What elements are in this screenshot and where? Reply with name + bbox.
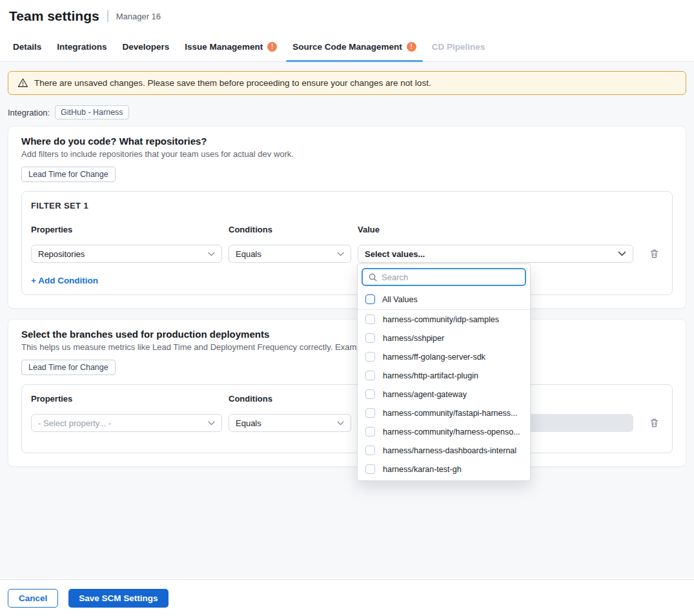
page-subtitle: Manager 16 [116, 12, 161, 21]
repo-list-item[interactable]: harness/agent-gateway [358, 385, 530, 404]
chevron-down-icon [337, 421, 344, 426]
chevron-down-icon [208, 252, 215, 256]
tab-developers[interactable]: Developers [121, 32, 171, 61]
tab-issue-management[interactable]: Issue Management ! [183, 32, 278, 61]
checkbox-icon[interactable] [365, 371, 375, 380]
repo-item-label: harness/ff-golang-server-sdk [383, 353, 485, 362]
title-divider [107, 10, 108, 22]
trash-icon [649, 418, 659, 428]
properties-column-label: Properties [31, 394, 222, 404]
repo-item-label: harness/http-artifact-plugin [383, 371, 478, 380]
team-settings-page: Team settings Manager 16 Details Integra… [0, 0, 694, 616]
filter-set-1: FILTER SET 1 Properties Conditions Value… [21, 191, 673, 295]
repo-list: harness-community/idp-samples harness/ss… [358, 310, 530, 481]
repo-list-item[interactable]: harness/karan-test-gh [358, 460, 530, 478]
repositories-title: Where do you code? What repositories? [21, 136, 673, 147]
content-area: There are unsaved changes. Please save t… [0, 62, 694, 578]
filter-row-1: - Select property... - Equals [31, 414, 663, 444]
search-icon [368, 272, 378, 282]
branches-subtitle: This helps us measure metrics like Lead … [21, 342, 673, 352]
chevron-down-icon [208, 421, 215, 426]
chevron-down-icon [337, 252, 344, 256]
checkbox-icon[interactable] [365, 314, 375, 324]
integration-row: Integration: GitHub - Harness [8, 105, 686, 119]
repo-item-label: harness/sshpiper [383, 334, 444, 343]
branches-title: Select the branches used for production … [21, 329, 673, 340]
filter-row-1: Repositories Equals Select values... [31, 245, 663, 263]
warning-badge-icon: ! [267, 42, 277, 52]
condition-select[interactable]: Equals [229, 245, 351, 263]
property-select[interactable]: Repositories [31, 245, 222, 263]
delete-filter-button[interactable] [645, 249, 663, 259]
repo-item-label: harness-community/idp-samples [383, 315, 499, 324]
repo-item-label: harness/agent-gateway [383, 390, 467, 399]
repo-item-label: harness-community/fastapi-harness... [383, 409, 517, 418]
checkbox-icon[interactable] [365, 352, 375, 362]
trash-icon [649, 249, 659, 259]
value-column-label: Value [358, 225, 633, 234]
integration-label: Integration: [8, 108, 50, 118]
tab-details[interactable]: Details [12, 32, 43, 61]
all-values-label: All Values [382, 295, 418, 304]
repo-item-label: harness-community/harness-openso... [383, 427, 520, 436]
property-select[interactable]: - Select property... - [31, 414, 222, 432]
branches-filter-set: Properties Conditions - Select property.… [21, 384, 673, 453]
checkbox-icon[interactable] [365, 446, 375, 455]
checkbox-icon[interactable] [365, 333, 375, 343]
cancel-button[interactable]: Cancel [8, 589, 58, 608]
repo-list-item[interactable]: harness-community/fastapi-harness... [358, 404, 530, 422]
checkbox-icon[interactable] [365, 294, 375, 304]
warning-triangle-icon [17, 77, 28, 88]
integration-chip[interactable]: GitHub - Harness [55, 105, 129, 119]
repo-list-item[interactable]: harness-community/idp-samples [358, 310, 530, 329]
page-header: Team settings Manager 16 [0, 0, 694, 32]
add-condition-button[interactable]: + Add Condition [31, 276, 663, 285]
branches-card: Select the branches used for production … [8, 319, 686, 467]
repo-list-item[interactable]: harness/sshpiper [358, 329, 530, 347]
repo-item-label: harness/harness-dashboards-internal [383, 446, 516, 455]
tab-cd-pipelines: CD Pipelines [431, 32, 487, 61]
all-values-option[interactable]: All Values [358, 290, 530, 310]
filter-column-headers: Properties Conditions Value [31, 225, 663, 234]
lead-time-tag: Lead Time for Change [21, 360, 116, 375]
tab-integrations[interactable]: Integrations [56, 32, 108, 61]
conditions-column-label: Conditions [229, 394, 351, 404]
conditions-column-label: Conditions [229, 225, 351, 234]
repo-list-item[interactable]: harness/... [358, 478, 530, 481]
footer-bar: Cancel Save SCM Settings [0, 579, 694, 616]
repositories-subtitle: Add filters to include repositories that… [21, 149, 673, 159]
checkbox-icon[interactable] [365, 389, 375, 399]
lead-time-tag: Lead Time for Change [21, 167, 116, 182]
condition-select[interactable]: Equals [229, 414, 351, 432]
dropdown-search-box [362, 268, 526, 286]
repo-list-item[interactable]: harness/http-artifact-plugin [358, 366, 530, 385]
dropdown-search-input[interactable] [382, 272, 520, 282]
checkbox-icon[interactable] [365, 464, 375, 474]
tab-bar: Details Integrations Developers Issue Ma… [0, 32, 694, 62]
banner-text: There are unsaved changes. Please save t… [34, 78, 431, 88]
values-dropdown-popup: All Values harness-community/idp-samples… [357, 263, 531, 481]
filter-column-headers: Properties Conditions [31, 394, 663, 404]
warning-badge-icon: ! [407, 42, 416, 52]
repo-list-item[interactable]: harness-community/harness-openso... [358, 422, 530, 441]
repositories-card: Where do you code? What repositories? Ad… [8, 126, 686, 309]
repo-item-label: harness/karan-test-gh [383, 465, 462, 474]
page-title: Team settings [9, 8, 99, 24]
chevron-down-icon [618, 251, 626, 256]
value-multiselect[interactable]: Select values... [358, 245, 633, 263]
delete-filter-button[interactable] [645, 418, 663, 428]
repo-list-item[interactable]: harness/ff-golang-server-sdk [358, 347, 530, 366]
repo-list-item[interactable]: harness/harness-dashboards-internal [358, 441, 530, 460]
save-scm-settings-button[interactable]: Save SCM Settings [68, 589, 168, 608]
checkbox-icon[interactable] [365, 408, 375, 418]
unsaved-changes-banner: There are unsaved changes. Please save t… [8, 71, 686, 95]
checkbox-icon[interactable] [365, 427, 375, 436]
properties-column-label: Properties [31, 225, 222, 234]
tab-source-code-management[interactable]: Source Code Management ! [291, 32, 418, 61]
filter-set-title: FILTER SET 1 [31, 201, 663, 210]
